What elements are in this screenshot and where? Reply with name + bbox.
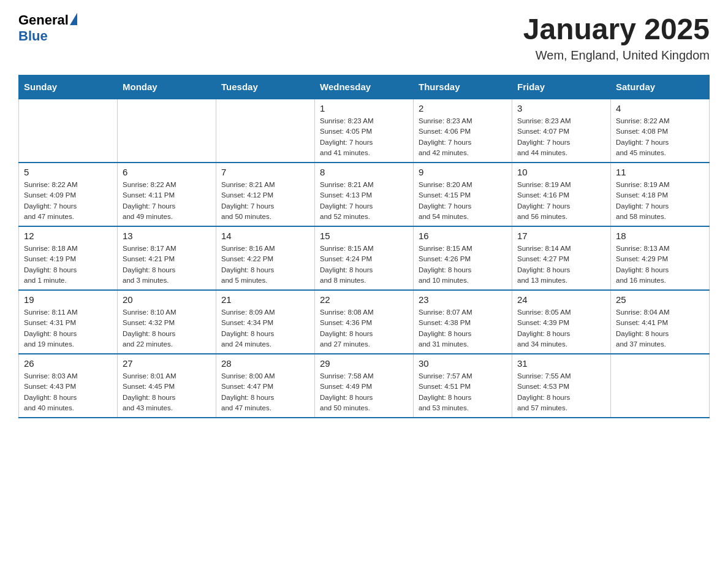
calendar-day-cell: 4Sunrise: 8:22 AMSunset: 4:08 PMDaylight… [611, 99, 710, 163]
day-number: 29 [320, 358, 408, 369]
day-number: 23 [419, 294, 507, 305]
day-number: 6 [123, 167, 211, 177]
calendar-week-row: 26Sunrise: 8:03 AMSunset: 4:43 PMDayligh… [19, 354, 710, 418]
day-info: Sunrise: 8:14 AMSunset: 4:27 PMDaylight:… [517, 243, 605, 286]
day-of-week-header: Tuesday [216, 75, 315, 99]
calendar-day-cell: 30Sunrise: 7:57 AMSunset: 4:51 PMDayligh… [414, 354, 512, 418]
day-number: 17 [517, 231, 605, 241]
day-number: 25 [616, 294, 704, 305]
day-number: 15 [320, 231, 408, 241]
day-of-week-header: Thursday [414, 75, 512, 99]
day-of-week-header: Saturday [611, 75, 710, 99]
logo-triangle-icon [70, 13, 77, 25]
day-number: 18 [616, 231, 704, 241]
day-info: Sunrise: 8:04 AMSunset: 4:41 PMDaylight:… [616, 307, 704, 350]
day-info: Sunrise: 8:03 AMSunset: 4:43 PMDaylight:… [24, 371, 112, 413]
day-number: 4 [616, 103, 704, 113]
day-info: Sunrise: 8:20 AMSunset: 4:15 PMDaylight:… [419, 180, 507, 222]
calendar-day-cell: 10Sunrise: 8:19 AMSunset: 4:16 PMDayligh… [512, 163, 611, 226]
calendar-day-cell: 26Sunrise: 8:03 AMSunset: 4:43 PMDayligh… [19, 354, 118, 418]
day-number: 24 [517, 294, 605, 305]
calendar-day-cell: 11Sunrise: 8:19 AMSunset: 4:18 PMDayligh… [611, 163, 710, 226]
day-info: Sunrise: 8:22 AMSunset: 4:08 PMDaylight:… [616, 116, 704, 158]
day-number: 7 [221, 167, 309, 177]
day-info: Sunrise: 8:23 AMSunset: 4:05 PMDaylight:… [320, 116, 408, 158]
day-number: 22 [320, 294, 408, 305]
calendar-day-cell: 15Sunrise: 8:15 AMSunset: 4:24 PMDayligh… [315, 226, 414, 290]
calendar-day-cell: 22Sunrise: 8:08 AMSunset: 4:36 PMDayligh… [315, 290, 414, 354]
calendar-day-cell [19, 99, 118, 163]
day-info: Sunrise: 8:08 AMSunset: 4:36 PMDaylight:… [320, 307, 408, 350]
day-number: 16 [419, 231, 507, 241]
calendar-day-cell: 19Sunrise: 8:11 AMSunset: 4:31 PMDayligh… [19, 290, 118, 354]
day-of-week-header: Sunday [19, 75, 118, 99]
day-info: Sunrise: 8:10 AMSunset: 4:32 PMDaylight:… [123, 307, 211, 350]
day-of-week-header: Wednesday [315, 75, 414, 99]
day-info: Sunrise: 8:01 AMSunset: 4:45 PMDaylight:… [123, 371, 211, 413]
day-info: Sunrise: 8:23 AMSunset: 4:06 PMDaylight:… [419, 116, 507, 158]
day-number: 28 [221, 358, 309, 369]
day-number: 20 [123, 294, 211, 305]
day-info: Sunrise: 7:57 AMSunset: 4:51 PMDaylight:… [419, 371, 507, 413]
calendar-day-cell: 14Sunrise: 8:16 AMSunset: 4:22 PMDayligh… [216, 226, 315, 290]
day-info: Sunrise: 8:17 AMSunset: 4:21 PMDaylight:… [123, 243, 211, 286]
day-info: Sunrise: 8:11 AMSunset: 4:31 PMDaylight:… [24, 307, 112, 350]
calendar-day-cell: 29Sunrise: 7:58 AMSunset: 4:49 PMDayligh… [315, 354, 414, 418]
day-info: Sunrise: 8:16 AMSunset: 4:22 PMDaylight:… [221, 243, 309, 286]
calendar-day-cell: 27Sunrise: 8:01 AMSunset: 4:45 PMDayligh… [118, 354, 216, 418]
day-info: Sunrise: 7:58 AMSunset: 4:49 PMDaylight:… [320, 371, 408, 413]
calendar-week-row: 1Sunrise: 8:23 AMSunset: 4:05 PMDaylight… [19, 99, 710, 163]
day-number: 10 [517, 167, 605, 177]
calendar-week-row: 19Sunrise: 8:11 AMSunset: 4:31 PMDayligh… [19, 290, 710, 354]
day-info: Sunrise: 8:18 AMSunset: 4:19 PMDaylight:… [24, 243, 112, 286]
day-number: 26 [24, 358, 112, 369]
day-info: Sunrise: 8:22 AMSunset: 4:11 PMDaylight:… [123, 180, 211, 222]
calendar-day-cell [611, 354, 710, 418]
calendar-day-cell: 21Sunrise: 8:09 AMSunset: 4:34 PMDayligh… [216, 290, 315, 354]
day-info: Sunrise: 8:21 AMSunset: 4:13 PMDaylight:… [320, 180, 408, 222]
calendar-day-cell: 12Sunrise: 8:18 AMSunset: 4:19 PMDayligh… [19, 226, 118, 290]
day-info: Sunrise: 8:07 AMSunset: 4:38 PMDaylight:… [419, 307, 507, 350]
calendar-day-cell [118, 99, 216, 163]
calendar-day-cell: 7Sunrise: 8:21 AMSunset: 4:12 PMDaylight… [216, 163, 315, 226]
calendar-day-cell: 20Sunrise: 8:10 AMSunset: 4:32 PMDayligh… [118, 290, 216, 354]
calendar-table: SundayMondayTuesdayWednesdayThursdayFrid… [18, 75, 710, 418]
day-number: 3 [517, 103, 605, 113]
day-info: Sunrise: 8:15 AMSunset: 4:24 PMDaylight:… [320, 243, 408, 286]
calendar-day-cell: 28Sunrise: 8:00 AMSunset: 4:47 PMDayligh… [216, 354, 315, 418]
page-header: General Blue January 2025 Wem, England, … [18, 12, 710, 63]
day-info: Sunrise: 8:13 AMSunset: 4:29 PMDaylight:… [616, 243, 704, 286]
calendar-day-cell: 24Sunrise: 8:05 AMSunset: 4:39 PMDayligh… [512, 290, 611, 354]
day-number: 19 [24, 294, 112, 305]
calendar-day-cell: 3Sunrise: 8:23 AMSunset: 4:07 PMDaylight… [512, 99, 611, 163]
calendar-day-cell: 8Sunrise: 8:21 AMSunset: 4:13 PMDaylight… [315, 163, 414, 226]
day-info: Sunrise: 8:19 AMSunset: 4:18 PMDaylight:… [616, 180, 704, 222]
day-info: Sunrise: 8:21 AMSunset: 4:12 PMDaylight:… [221, 180, 309, 222]
day-info: Sunrise: 8:22 AMSunset: 4:09 PMDaylight:… [24, 180, 112, 222]
calendar-week-row: 12Sunrise: 8:18 AMSunset: 4:19 PMDayligh… [19, 226, 710, 290]
calendar-day-cell [216, 99, 315, 163]
calendar-day-cell: 1Sunrise: 8:23 AMSunset: 4:05 PMDaylight… [315, 99, 414, 163]
logo-general-text: General [18, 12, 69, 28]
calendar-day-cell: 16Sunrise: 8:15 AMSunset: 4:26 PMDayligh… [414, 226, 512, 290]
day-info: Sunrise: 8:05 AMSunset: 4:39 PMDaylight:… [517, 307, 605, 350]
day-info: Sunrise: 8:15 AMSunset: 4:26 PMDaylight:… [419, 243, 507, 286]
title-section: January 2025 Wem, England, United Kingdo… [523, 12, 710, 63]
calendar-day-cell: 13Sunrise: 8:17 AMSunset: 4:21 PMDayligh… [118, 226, 216, 290]
day-number: 8 [320, 167, 408, 177]
calendar-day-cell: 17Sunrise: 8:14 AMSunset: 4:27 PMDayligh… [512, 226, 611, 290]
logo: General Blue [18, 12, 77, 44]
day-number: 2 [419, 103, 507, 113]
calendar-day-cell: 2Sunrise: 8:23 AMSunset: 4:06 PMDaylight… [414, 99, 512, 163]
day-number: 11 [616, 167, 704, 177]
calendar-day-cell: 5Sunrise: 8:22 AMSunset: 4:09 PMDaylight… [19, 163, 118, 226]
day-of-week-header: Friday [512, 75, 611, 99]
day-number: 21 [221, 294, 309, 305]
location-text: Wem, England, United Kingdom [523, 48, 710, 63]
day-number: 14 [221, 231, 309, 241]
day-number: 30 [419, 358, 507, 369]
calendar-day-cell: 23Sunrise: 8:07 AMSunset: 4:38 PMDayligh… [414, 290, 512, 354]
day-info: Sunrise: 8:00 AMSunset: 4:47 PMDaylight:… [221, 371, 309, 413]
day-number: 13 [123, 231, 211, 241]
day-number: 9 [419, 167, 507, 177]
